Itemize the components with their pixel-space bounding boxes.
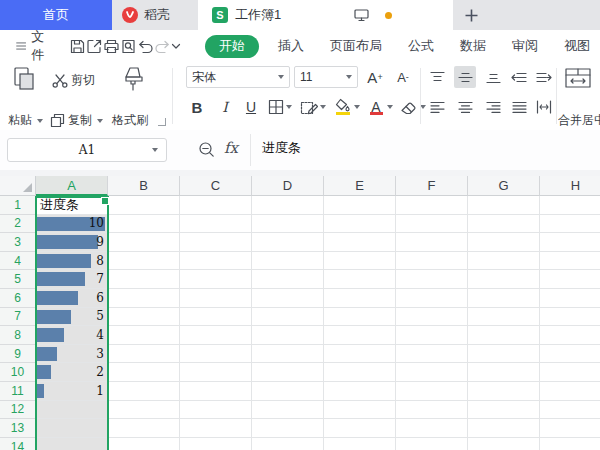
cell-F8[interactable] <box>396 326 468 345</box>
cell-E2[interactable] <box>324 215 396 234</box>
cell-B1[interactable] <box>108 196 180 215</box>
row-header-5[interactable]: 5 <box>0 270 36 289</box>
menu-tab-开始[interactable]: 开始 <box>205 35 259 58</box>
bold-button[interactable]: B <box>186 96 208 118</box>
merge-center-label-row[interactable]: 合并居中 <box>558 112 600 129</box>
cell-B12[interactable] <box>108 401 180 420</box>
cell-B14[interactable] <box>108 438 180 450</box>
cell-A11[interactable]: 1 <box>36 382 108 401</box>
cell-B6[interactable] <box>108 289 180 308</box>
cell-G11[interactable] <box>468 382 540 401</box>
column-header-A[interactable]: A <box>36 176 108 196</box>
menu-tab-页面布局[interactable]: 页面布局 <box>317 37 395 55</box>
row-header-2[interactable]: 2 <box>0 215 36 234</box>
cell-C7[interactable] <box>180 308 252 327</box>
cell-H4[interactable] <box>540 252 600 271</box>
cell-G6[interactable] <box>468 289 540 308</box>
cell-D11[interactable] <box>252 382 324 401</box>
cell-E3[interactable] <box>324 233 396 252</box>
cell-B10[interactable] <box>108 363 180 382</box>
cell-E4[interactable] <box>324 252 396 271</box>
format-painter-label-row[interactable]: 格式刷 <box>112 112 148 129</box>
cell-D2[interactable] <box>252 215 324 234</box>
cell-G4[interactable] <box>468 252 540 271</box>
cell-H2[interactable] <box>540 215 600 234</box>
save-button[interactable] <box>69 30 86 62</box>
borders-button[interactable] <box>266 96 294 118</box>
cell-C5[interactable] <box>180 270 252 289</box>
column-header-H[interactable]: H <box>540 176 600 196</box>
align-top-button[interactable] <box>426 66 448 88</box>
row-header-6[interactable]: 6 <box>0 289 36 308</box>
cell-G2[interactable] <box>468 215 540 234</box>
row-header-12[interactable]: 12 <box>0 401 36 420</box>
cell-H9[interactable] <box>540 345 600 364</box>
align-middle-button[interactable] <box>454 66 476 88</box>
justify-button[interactable] <box>508 96 530 118</box>
cell-D13[interactable] <box>252 419 324 438</box>
align-left-button[interactable] <box>426 96 448 118</box>
more-commands-button[interactable] <box>171 30 181 62</box>
home-tab[interactable]: 首页 <box>0 0 112 30</box>
cell-H12[interactable] <box>540 401 600 420</box>
cell-C8[interactable] <box>180 326 252 345</box>
cell-G7[interactable] <box>468 308 540 327</box>
cell-C13[interactable] <box>180 419 252 438</box>
cell-D5[interactable] <box>252 270 324 289</box>
cell-G3[interactable] <box>468 233 540 252</box>
cell-G5[interactable] <box>468 270 540 289</box>
cell-A5[interactable]: 7 <box>36 270 108 289</box>
row-header-4[interactable]: 4 <box>0 252 36 271</box>
menu-tab-数据[interactable]: 数据 <box>447 37 499 55</box>
cell-E14[interactable] <box>324 438 396 450</box>
paste-label-row[interactable]: 粘贴 <box>8 112 43 129</box>
column-header-G[interactable]: G <box>468 176 540 196</box>
monitor-icon[interactable] <box>354 9 369 22</box>
cell-B5[interactable] <box>108 270 180 289</box>
cell-G8[interactable] <box>468 326 540 345</box>
cell-G12[interactable] <box>468 401 540 420</box>
cell-G9[interactable] <box>468 345 540 364</box>
cell-A12[interactable] <box>36 401 108 420</box>
cell-E7[interactable] <box>324 308 396 327</box>
cell-D1[interactable] <box>252 196 324 215</box>
cell-A7[interactable]: 5 <box>36 308 108 327</box>
cell-B9[interactable] <box>108 345 180 364</box>
cell-F2[interactable] <box>396 215 468 234</box>
redo-button[interactable] <box>154 30 171 62</box>
cell-F5[interactable] <box>396 270 468 289</box>
file-menu-button[interactable]: 文件 <box>12 30 53 62</box>
decrease-indent-button[interactable] <box>508 66 530 88</box>
cell-C10[interactable] <box>180 363 252 382</box>
menu-tab-插入[interactable]: 插入 <box>265 37 317 55</box>
cell-E1[interactable] <box>324 196 396 215</box>
italic-button[interactable]: I <box>214 96 236 118</box>
cell-H8[interactable] <box>540 326 600 345</box>
cell-F13[interactable] <box>396 419 468 438</box>
menu-tab-视图[interactable]: 视图 <box>551 37 600 55</box>
fill-handle[interactable] <box>101 197 109 205</box>
cell-C2[interactable] <box>180 215 252 234</box>
cell-C3[interactable] <box>180 233 252 252</box>
cell-C9[interactable] <box>180 345 252 364</box>
cell-B13[interactable] <box>108 419 180 438</box>
new-tab-button[interactable] <box>460 4 482 26</box>
row-header-13[interactable]: 13 <box>0 419 36 438</box>
row-header-7[interactable]: 7 <box>0 308 36 327</box>
cell-H14[interactable] <box>540 438 600 450</box>
row-header-14[interactable]: 14 <box>0 438 36 450</box>
cell-G10[interactable] <box>468 363 540 382</box>
cell-B2[interactable] <box>108 215 180 234</box>
cell-H5[interactable] <box>540 270 600 289</box>
cell-D7[interactable] <box>252 308 324 327</box>
cell-A4[interactable]: 8 <box>36 252 108 271</box>
cell-C1[interactable] <box>180 196 252 215</box>
format-painter-button[interactable] <box>122 66 144 92</box>
wrap-text-button[interactable] <box>533 96 555 118</box>
cell-F4[interactable] <box>396 252 468 271</box>
row-header-8[interactable]: 8 <box>0 326 36 345</box>
zoom-out-button[interactable] <box>198 141 216 159</box>
cell-H6[interactable] <box>540 289 600 308</box>
row-header-3[interactable]: 3 <box>0 233 36 252</box>
paste-button[interactable] <box>12 66 36 92</box>
